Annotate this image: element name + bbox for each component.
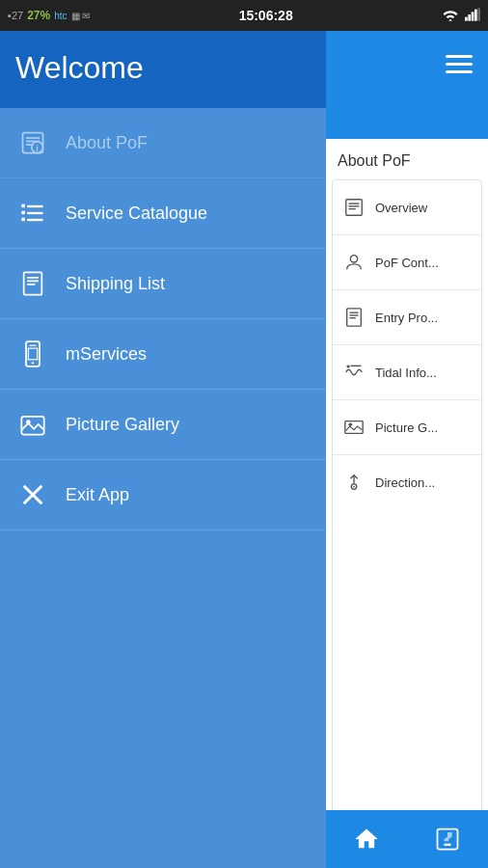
hamburger-line-3	[446, 70, 473, 73]
nav-item-exit-app[interactable]: Exit App	[0, 460, 326, 530]
nav-item-about[interactable]: i About PoF	[0, 108, 326, 178]
svg-rect-30	[349, 203, 360, 203]
welcome-title: Welcome	[15, 50, 144, 86]
tidal-info-icon	[340, 359, 367, 386]
hamburger-button[interactable]	[438, 42, 480, 85]
svg-rect-16	[27, 219, 42, 221]
right-label-overview: Overview	[375, 201, 427, 215]
svg-rect-37	[349, 317, 355, 318]
nav-menu: i About PoF Service Cata	[0, 108, 326, 868]
svg-rect-1	[468, 14, 471, 21]
svg-rect-0	[465, 16, 468, 20]
nav-item-service-catalogue[interactable]: Service Catalogue	[0, 178, 326, 249]
svg-rect-2	[472, 12, 474, 20]
svg-rect-3	[474, 9, 477, 20]
svg-rect-20	[27, 284, 35, 285]
nav-item-mservices[interactable]: mServices	[0, 319, 326, 390]
svg-rect-32	[349, 208, 356, 209]
right-panel: About PoF Overview	[326, 31, 488, 868]
welcome-header: Welcome	[0, 31, 326, 108]
right-section-title: About PoF	[326, 139, 488, 179]
nav-label-service-catalogue: Service Catalogue	[66, 203, 207, 224]
wifi-icon	[442, 8, 459, 24]
info-button[interactable]	[426, 818, 469, 860]
hamburger-line-2	[446, 63, 473, 66]
brand-label: htc	[54, 11, 67, 21]
right-menu: Overview PoF Cont...	[332, 179, 482, 862]
picture-gallery-icon	[15, 407, 50, 442]
right-item-tidal-info[interactable]: Tidal Info...	[333, 345, 481, 400]
svg-rect-13	[21, 211, 25, 215]
svg-rect-29	[346, 200, 363, 216]
right-label-direction: Direction...	[375, 475, 435, 490]
svg-text:i: i	[36, 144, 39, 153]
nav-label-picture-gallery: Picture Gallery	[66, 415, 179, 435]
direction-icon	[340, 469, 367, 496]
svg-rect-15	[21, 218, 25, 222]
nav-item-shipping-list[interactable]: Shipping List	[0, 249, 326, 319]
picture-g-icon	[340, 414, 367, 441]
about-icon: i	[15, 125, 50, 160]
right-label-picture-g: Picture G...	[375, 420, 438, 435]
svg-rect-4	[477, 8, 480, 20]
exit-app-icon	[15, 477, 50, 512]
battery-percent: 27%	[27, 9, 50, 22]
hamburger-line-1	[446, 55, 473, 58]
home-button[interactable]	[345, 818, 388, 860]
right-header	[326, 31, 488, 139]
svg-rect-39	[350, 366, 361, 366]
svg-rect-18	[27, 277, 39, 279]
svg-rect-19	[27, 281, 39, 283]
svg-point-24	[32, 362, 34, 364]
right-item-pof-contact[interactable]: PoF Cont...	[333, 235, 481, 290]
sim-icons: ▦ ✉	[71, 11, 91, 21]
overview-icon	[340, 194, 367, 221]
nav-label-about: About PoF	[66, 133, 148, 153]
service-catalogue-icon	[15, 196, 50, 231]
svg-rect-45	[445, 844, 451, 846]
svg-rect-6	[26, 137, 40, 139]
right-label-pof-contact: PoF Cont...	[375, 256, 439, 270]
shipping-list-icon	[15, 266, 50, 301]
svg-point-41	[349, 422, 353, 426]
right-label-tidal-info: Tidal Info...	[375, 366, 437, 380]
nav-label-mservices: mServices	[66, 344, 147, 365]
nav-label-shipping-list: Shipping List	[66, 274, 165, 294]
right-label-entry-pro: Entry Pro...	[375, 311, 438, 325]
signal-icon	[465, 8, 480, 24]
right-item-entry-pro[interactable]: Entry Pro...	[333, 290, 481, 345]
svg-rect-36	[349, 314, 358, 315]
app-container: Welcome i About PoF	[0, 31, 488, 868]
svg-rect-23	[28, 348, 37, 360]
right-item-picture-g[interactable]: Picture G...	[333, 400, 481, 455]
right-item-overview[interactable]: Overview	[333, 180, 481, 235]
svg-rect-22	[30, 345, 37, 346]
svg-rect-31	[349, 205, 360, 206]
nav-label-exit-app: Exit App	[66, 485, 129, 505]
status-bar: ▪27 27% htc ▦ ✉ 15:06:28	[0, 0, 488, 31]
svg-rect-14	[27, 212, 42, 214]
svg-point-43	[353, 486, 355, 488]
right-item-direction[interactable]: Direction...	[333, 455, 481, 509]
svg-rect-12	[27, 205, 42, 207]
status-left: ▪27 27% htc ▦ ✉	[8, 9, 90, 22]
svg-rect-38	[347, 366, 350, 368]
pof-contact-icon	[340, 249, 367, 276]
status-time: 15:06:28	[239, 8, 293, 23]
svg-rect-40	[345, 421, 363, 434]
svg-rect-11	[21, 204, 25, 208]
svg-rect-35	[349, 312, 358, 313]
left-panel: Welcome i About PoF	[0, 31, 326, 868]
nav-item-picture-gallery[interactable]: Picture Gallery	[0, 390, 326, 460]
bottom-bar	[326, 810, 488, 868]
status-right	[442, 8, 480, 24]
entry-pro-icon	[340, 304, 367, 331]
notification-icon: ▪27	[8, 10, 23, 21]
svg-point-33	[350, 256, 357, 262]
mservices-icon	[15, 337, 50, 371]
